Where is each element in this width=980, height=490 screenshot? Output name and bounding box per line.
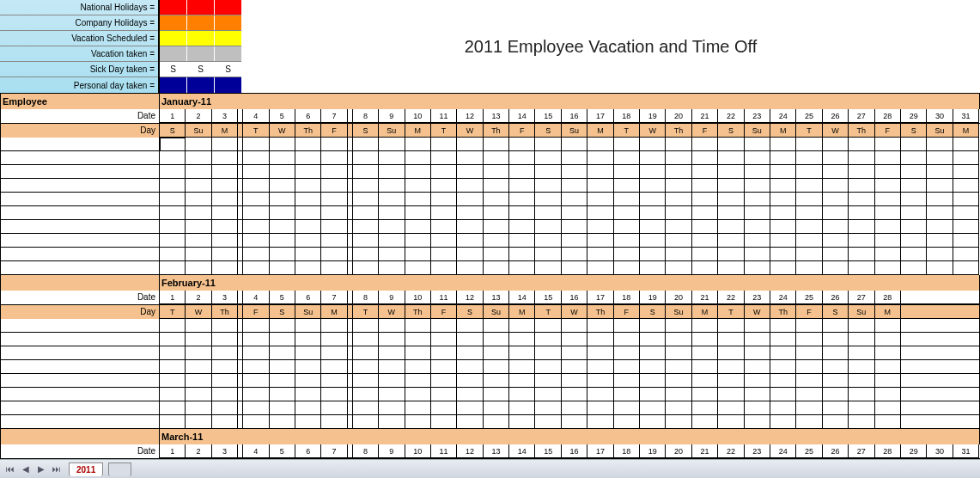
grid-cell[interactable]: [796, 206, 822, 220]
grid-cell[interactable]: [745, 346, 770, 360]
grid-cell[interactable]: [457, 261, 483, 275]
grid-cell[interactable]: [770, 333, 796, 346]
grid-cell[interactable]: [718, 234, 744, 248]
grid-cell[interactable]: [295, 248, 321, 261]
grid-cell[interactable]: [745, 206, 770, 220]
grid-cell[interactable]: [186, 165, 211, 179]
grid-cell[interactable]: [562, 346, 587, 360]
grid-cell[interactable]: [875, 206, 901, 220]
grid-cell[interactable]: [770, 319, 796, 333]
grid-cell[interactable]: [849, 179, 874, 193]
grid-cell[interactable]: [901, 179, 927, 193]
grid-cell[interactable]: [823, 360, 849, 374]
grid-cell[interactable]: [321, 401, 347, 415]
grid-cell[interactable]: [457, 346, 483, 360]
grid-cell[interactable]: [321, 220, 347, 234]
grid-cell[interactable]: [535, 206, 561, 220]
grid-cell[interactable]: [562, 206, 587, 220]
grid-cell[interactable]: [849, 248, 874, 261]
grid-cell[interactable]: [614, 333, 640, 346]
grid-cell[interactable]: Su: [562, 124, 587, 138]
grid-cell[interactable]: 28: [875, 444, 901, 458]
grid-cell[interactable]: [562, 374, 587, 388]
grid-cell[interactable]: F: [796, 305, 822, 319]
grid-cell[interactable]: 23: [745, 109, 770, 123]
grid-cell[interactable]: [509, 206, 535, 220]
grid-cell[interactable]: [379, 234, 405, 248]
grid-cell[interactable]: 9: [379, 444, 405, 458]
employee-name-cell[interactable]: [1, 151, 160, 165]
grid-cell[interactable]: [457, 220, 483, 234]
grid-cell[interactable]: [640, 261, 666, 275]
grid-cell[interactable]: [849, 374, 874, 388]
grid-cell[interactable]: [875, 415, 901, 429]
grid-cell[interactable]: [745, 179, 770, 193]
grid-cell[interactable]: 30: [927, 444, 953, 458]
grid-cell[interactable]: [270, 261, 295, 275]
grid-cell[interactable]: [212, 261, 238, 275]
grid-cell[interactable]: [270, 415, 295, 429]
grid-cell[interactable]: T: [431, 124, 457, 138]
grid-cell[interactable]: [901, 138, 927, 151]
grid-cell[interactable]: [379, 193, 405, 206]
grid-cell[interactable]: [640, 138, 666, 151]
grid-cell[interactable]: Su: [849, 305, 874, 319]
grid-cell[interactable]: [509, 374, 535, 388]
grid-cell[interactable]: [692, 261, 718, 275]
grid-cell[interactable]: [535, 415, 561, 429]
grid-cell[interactable]: [745, 415, 770, 429]
grid-cell[interactable]: [405, 220, 431, 234]
grid-cell[interactable]: 4: [243, 109, 269, 123]
grid-cell[interactable]: [484, 374, 509, 388]
grid-cell[interactable]: [509, 220, 535, 234]
grid-cell[interactable]: [484, 220, 509, 234]
grid-cell[interactable]: 17: [587, 444, 613, 458]
grid-cell[interactable]: [353, 138, 379, 151]
grid-cell[interactable]: S: [270, 305, 295, 319]
grid-cell[interactable]: [927, 248, 953, 261]
sheet-tab-blank[interactable]: [108, 462, 131, 476]
grid-cell[interactable]: [160, 248, 186, 261]
employee-name-cell[interactable]: [1, 333, 160, 346]
grid-cell[interactable]: [431, 346, 457, 360]
grid-cell[interactable]: 13: [484, 291, 509, 304]
grid-cell[interactable]: [270, 193, 295, 206]
grid-cell[interactable]: [186, 234, 211, 248]
grid-cell[interactable]: [823, 138, 849, 151]
grid-cell[interactable]: [270, 206, 295, 220]
grid-cell[interactable]: [927, 206, 953, 220]
grid-cell[interactable]: [295, 346, 321, 360]
grid-cell[interactable]: [614, 401, 640, 415]
grid-cell[interactable]: [186, 206, 211, 220]
grid-cell[interactable]: [666, 415, 691, 429]
grid-cell[interactable]: [823, 179, 849, 193]
grid-cell[interactable]: Su: [379, 124, 405, 138]
grid-cell[interactable]: 6: [295, 444, 321, 458]
employee-name-cell[interactable]: [1, 401, 160, 415]
grid-cell[interactable]: [484, 401, 509, 415]
grid-cell[interactable]: [796, 333, 822, 346]
grid-cell[interactable]: [587, 248, 613, 261]
grid-cell[interactable]: 15: [535, 444, 561, 458]
grid-cell[interactable]: [431, 319, 457, 333]
grid-cell[interactable]: [875, 151, 901, 165]
grid-cell[interactable]: [431, 401, 457, 415]
grid-cell[interactable]: [823, 193, 849, 206]
grid-cell[interactable]: [212, 234, 238, 248]
grid-cell[interactable]: [431, 138, 457, 151]
grid-cell[interactable]: [457, 234, 483, 248]
grid-cell[interactable]: [770, 193, 796, 206]
grid-cell[interactable]: [321, 206, 347, 220]
grid-cell[interactable]: [509, 151, 535, 165]
grid-cell[interactable]: [160, 415, 186, 429]
grid-cell[interactable]: 28: [875, 291, 901, 304]
grid-cell[interactable]: T: [160, 305, 186, 319]
grid-cell[interactable]: [484, 179, 509, 193]
grid-cell[interactable]: [379, 220, 405, 234]
grid-cell[interactable]: [666, 360, 691, 374]
grid-cell[interactable]: [640, 333, 666, 346]
grid-cell[interactable]: [457, 415, 483, 429]
grid-cell[interactable]: [796, 374, 822, 388]
tab-next-icon[interactable]: ▶: [34, 462, 48, 476]
grid-cell[interactable]: [457, 360, 483, 374]
